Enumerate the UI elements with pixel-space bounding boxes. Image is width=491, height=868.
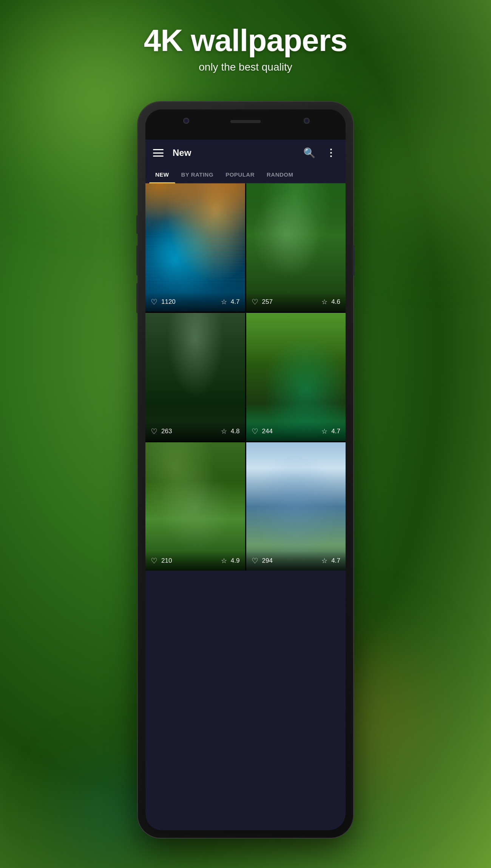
like-count-6: 294 bbox=[262, 557, 318, 565]
phone-silent-button bbox=[136, 215, 138, 234]
rating-6: 4.7 bbox=[331, 557, 340, 565]
cell-info-5: ♡ 210 ☆ 4.9 bbox=[145, 551, 245, 571]
cell-info-3: ♡ 263 ☆ 4.8 bbox=[145, 422, 245, 441]
phone-screen-bezel: New 🔍 ⋮ NEW BY RATING POPULAR bbox=[145, 109, 346, 830]
heart-icon-6: ♡ bbox=[252, 556, 258, 565]
wallpaper-item-5[interactable]: ♡ 210 ☆ 4.9 bbox=[145, 442, 245, 571]
cell-info-6: ♡ 294 ☆ 4.7 bbox=[246, 551, 346, 571]
water-ripple-overlay bbox=[145, 235, 245, 286]
tab-new[interactable]: NEW bbox=[149, 166, 175, 183]
like-count-5: 210 bbox=[161, 557, 217, 565]
heart-icon-3: ♡ bbox=[151, 427, 157, 436]
hero-subtitle: only the best quality bbox=[0, 61, 491, 73]
wallpaper-grid: ♡ 1120 ☆ 4.7 ♡ 257 ☆ 4.6 bbox=[145, 183, 346, 571]
heart-icon-5: ♡ bbox=[151, 556, 157, 565]
rating-3: 4.8 bbox=[231, 428, 240, 435]
phone-mockup: New 🔍 ⋮ NEW BY RATING POPULAR bbox=[138, 102, 353, 838]
star-icon-4: ☆ bbox=[321, 427, 327, 436]
phone-volume-down-button bbox=[136, 283, 138, 313]
tab-by-rating[interactable]: BY RATING bbox=[175, 166, 220, 183]
app-screen: New 🔍 ⋮ NEW BY RATING POPULAR bbox=[145, 140, 346, 830]
wallpaper-item-4[interactable]: ♡ 244 ☆ 4.7 bbox=[246, 313, 346, 441]
more-options-icon[interactable]: ⋮ bbox=[324, 145, 338, 161]
phone-camera-right bbox=[304, 118, 310, 124]
wallpaper-item-3[interactable]: ♡ 263 ☆ 4.8 bbox=[145, 313, 245, 441]
heart-icon-4: ♡ bbox=[252, 427, 258, 436]
star-icon-3: ☆ bbox=[221, 427, 227, 436]
cell-info-4: ♡ 244 ☆ 4.7 bbox=[246, 422, 346, 441]
star-icon-5: ☆ bbox=[221, 557, 227, 565]
like-count-1: 1120 bbox=[161, 298, 217, 306]
rating-5: 4.9 bbox=[231, 557, 240, 565]
wallpaper-item-6[interactable]: ♡ 294 ☆ 4.7 bbox=[246, 442, 346, 571]
hero-section: 4K wallpapers only the best quality bbox=[0, 23, 491, 73]
search-icon[interactable]: 🔍 bbox=[301, 145, 318, 161]
heart-icon-2: ♡ bbox=[252, 297, 258, 306]
like-count-2: 257 bbox=[262, 298, 318, 306]
phone-power-button bbox=[353, 245, 355, 275]
phone-speaker bbox=[230, 120, 261, 123]
menu-line-2 bbox=[153, 152, 164, 154]
star-icon-6: ☆ bbox=[321, 557, 327, 565]
bg-blur-2 bbox=[340, 75, 491, 264]
tab-popular[interactable]: POPULAR bbox=[219, 166, 261, 183]
menu-button[interactable] bbox=[153, 149, 164, 157]
hero-title: 4K wallpapers bbox=[0, 23, 491, 58]
rating-4: 4.7 bbox=[331, 428, 340, 435]
star-icon-2: ☆ bbox=[321, 298, 327, 306]
app-toolbar: New 🔍 ⋮ bbox=[145, 140, 346, 166]
heart-icon-1: ♡ bbox=[151, 297, 157, 306]
phone-volume-up-button bbox=[136, 245, 138, 275]
phone-camera-left bbox=[183, 118, 189, 124]
toolbar-title: New bbox=[173, 148, 295, 158]
rating-2: 4.6 bbox=[331, 298, 340, 306]
like-count-3: 263 bbox=[161, 428, 217, 435]
wallpaper-item-2[interactable]: ♡ 257 ☆ 4.6 bbox=[246, 183, 346, 312]
cell-info-1: ♡ 1120 ☆ 4.7 bbox=[145, 292, 245, 312]
wallpaper-item-1[interactable]: ♡ 1120 ☆ 4.7 bbox=[145, 183, 245, 312]
tab-random[interactable]: RANDOM bbox=[261, 166, 300, 183]
menu-line-1 bbox=[153, 149, 164, 150]
cell-info-2: ♡ 257 ☆ 4.6 bbox=[246, 292, 346, 312]
rating-1: 4.7 bbox=[231, 298, 240, 306]
phone-shell: New 🔍 ⋮ NEW BY RATING POPULAR bbox=[138, 102, 353, 838]
phone-notch bbox=[145, 109, 346, 140]
menu-line-3 bbox=[153, 155, 164, 157]
tab-bar: NEW BY RATING POPULAR RANDOM bbox=[145, 166, 346, 183]
like-count-4: 244 bbox=[262, 428, 318, 435]
star-icon-1: ☆ bbox=[221, 298, 227, 306]
